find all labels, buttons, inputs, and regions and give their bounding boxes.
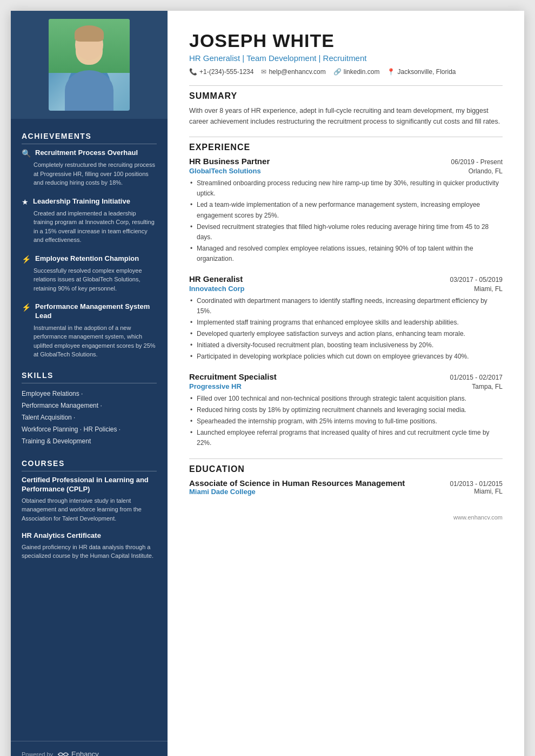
skill-item: Performance Management · (22, 400, 157, 411)
bullet-item: Developed quarterly employee satisfactio… (189, 329, 503, 339)
email-address: help@enhancv.com (269, 68, 325, 76)
course-item: Certified Professional in Learning and P… (22, 476, 157, 523)
job-title: Recruitment Specialist (189, 372, 277, 381)
enhancv-logo: Enhancv (57, 750, 99, 756)
job-title: HR Business Partner (189, 157, 270, 166)
achievements-title: ACHIEVEMENTS (22, 132, 157, 144)
skill-item: Employee Relations · (22, 388, 157, 400)
main-footer: www.enhancv.com (189, 501, 503, 522)
skill-item: Training & Development (22, 435, 157, 447)
achievement-item: ⚡ Performance Management System Lead Ins… (22, 302, 157, 359)
bullet-item: Devised recruitment strategies that fill… (189, 222, 503, 242)
skill-item: Workforce Planning · HR Policies · (22, 423, 157, 435)
profile-photo (49, 19, 130, 111)
bullet-item: Launched employee referral programs that… (189, 428, 503, 448)
sidebar: ACHIEVEMENTS 🔍 Recruitment Process Overh… (11, 11, 168, 756)
linkedin-icon: 🔗 (333, 68, 342, 76)
achievement-title: Recruitment Process Overhaul (35, 148, 138, 158)
company-location: Tampa, FL (472, 383, 503, 390)
edu-dates: 01/2013 - 01/2015 (450, 480, 503, 488)
email-icon: ✉ (261, 68, 266, 76)
linkedin-contact: 🔗 linkedin.com (333, 68, 380, 76)
job-block: HR Generalist 03/2017 - 05/2019 Innovate… (189, 274, 503, 362)
bullet-item: Spearheaded the internship program, with… (189, 416, 503, 427)
edu-location: Miami, FL (474, 488, 503, 496)
courses-section: COURSES Certified Professional in Learni… (22, 459, 157, 561)
job-header: HR Generalist 03/2017 - 05/2019 (189, 274, 503, 284)
email-contact: ✉ help@enhancv.com (261, 68, 325, 76)
sidebar-content: ACHIEVEMENTS 🔍 Recruitment Process Overh… (11, 119, 168, 741)
bullet-item: Streamlined onboarding process reducing … (189, 178, 503, 199)
achievement-desc: Instrumental in the adoption of a new pe… (22, 323, 157, 359)
location-icon: 📍 (387, 68, 395, 76)
edu-header: Associate of Science in Human Resources … (189, 478, 503, 488)
education-block: Associate of Science in Human Resources … (189, 478, 503, 496)
company-location: Orlando, FL (469, 167, 503, 175)
achievement-desc: Created and implemented a leadership tra… (22, 209, 157, 245)
job-header: Recruitment Specialist 01/2015 - 02/2017 (189, 372, 503, 381)
job-dates: 01/2015 - 02/2017 (450, 374, 503, 381)
achievement-header: ⚡ Performance Management System Lead (22, 302, 157, 321)
bullet-item: Coordinated with department managers to … (189, 296, 503, 316)
bullet-item: Initiated a diversity-focused recruitmen… (189, 340, 503, 350)
achievement-title: Employee Retention Champion (35, 254, 139, 264)
job-bullets: Streamlined onboarding process reducing … (189, 178, 503, 265)
bullet-item: Participated in developing workplace pol… (189, 352, 503, 362)
job-bullets: Coordinated with department managers to … (189, 296, 503, 362)
edu-school: Miami Dade College (189, 488, 256, 496)
course-item: HR Analytics Certificate Gained proficie… (22, 531, 157, 561)
company-location: Miami, FL (474, 285, 503, 293)
bullet-item: Implemented staff training programs that… (189, 318, 503, 328)
search-icon: 🔍 (22, 149, 31, 158)
achievements-section: ACHIEVEMENTS 🔍 Recruitment Process Overh… (22, 132, 157, 359)
achievement-item: 🔍 Recruitment Process Overhaul Completel… (22, 148, 157, 187)
summary-section-title: SUMMARY (189, 91, 503, 101)
phone-icon: 📞 (189, 68, 197, 76)
company-name: GlobalTech Solutions (189, 167, 261, 175)
powered-by-label: Powered by (22, 751, 53, 757)
skills-section: SKILLS Employee Relations · Performance … (22, 371, 157, 447)
resume-header: JOSEPH WHITE HR Generalist | Team Develo… (189, 30, 503, 76)
experience-section-title: EXPERIENCE (189, 143, 503, 152)
achievement-header: 🔍 Recruitment Process Overhaul (22, 148, 157, 158)
location-text: Jacksonville, Florida (397, 68, 456, 76)
contact-info: 📞 +1-(234)-555-1234 ✉ help@enhancv.com 🔗… (189, 68, 503, 76)
logo-icon (57, 751, 69, 757)
lightning-icon: ⚡ (22, 303, 31, 312)
edu-school-row: Miami Dade College Miami, FL (189, 488, 503, 496)
lightning-icon: ⚡ (22, 255, 31, 264)
job-dates: 06/2019 - Present (451, 158, 503, 166)
education-divider (189, 458, 503, 459)
job-block: Recruitment Specialist 01/2015 - 02/2017… (189, 372, 503, 449)
star-icon: ★ (22, 198, 29, 206)
location-contact: 📍 Jacksonville, Florida (387, 68, 456, 76)
achievement-header: ⚡ Employee Retention Champion (22, 254, 157, 264)
linkedin-url: linkedin.com (344, 68, 380, 76)
resume-wrapper: ACHIEVEMENTS 🔍 Recruitment Process Overh… (11, 11, 524, 756)
skill-item: Talent Acquisition · (22, 411, 157, 423)
company-row: Progressive HR Tampa, FL (189, 382, 503, 390)
candidate-tagline: HR Generalist | Team Development | Recru… (189, 53, 503, 63)
bullet-item: Filled over 100 technical and non-techni… (189, 394, 503, 404)
course-desc: Gained proficiency in HR data analysis t… (22, 543, 157, 561)
bullet-item: Led a team-wide implementation of a new … (189, 200, 503, 220)
company-name: Innovatech Corp (189, 285, 245, 293)
job-dates: 03/2017 - 05/2019 (450, 276, 503, 284)
skills-title: SKILLS (22, 371, 157, 383)
job-bullets: Filled over 100 technical and non-techni… (189, 394, 503, 449)
education-section-title: EDUCATION (189, 464, 503, 474)
sidebar-footer: Powered by Enhancv (11, 741, 168, 756)
job-block: HR Business Partner 06/2019 - Present Gl… (189, 157, 503, 265)
summary-divider (189, 85, 503, 86)
achievement-title: Performance Management System Lead (35, 302, 157, 321)
company-name: Progressive HR (189, 382, 242, 390)
candidate-name: JOSEPH WHITE (189, 30, 503, 51)
phone-contact: 📞 +1-(234)-555-1234 (189, 68, 253, 76)
logo-text: Enhancv (71, 750, 99, 756)
summary-text: With over 8 years of HR experience, adep… (189, 105, 503, 127)
achievement-desc: Completely restructured the recruiting p… (22, 160, 157, 187)
company-row: GlobalTech Solutions Orlando, FL (189, 167, 503, 175)
course-desc: Obtained through intensive study in tale… (22, 496, 157, 523)
company-row: Innovatech Corp Miami, FL (189, 285, 503, 293)
experience-divider (189, 137, 503, 137)
